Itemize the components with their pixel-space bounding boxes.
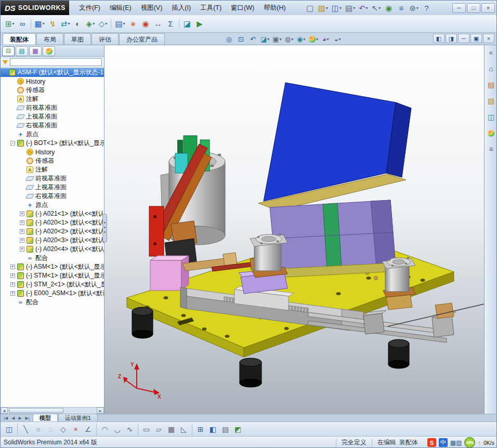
nav-last-button[interactable]: ▶| xyxy=(24,416,31,420)
sogou-ime-icon[interactable]: S xyxy=(427,438,436,447)
tree-expander[interactable] xyxy=(10,88,15,93)
tree-expander[interactable]: + xyxy=(10,265,15,269)
view-settings-icon[interactable]: ◒ ▾ xyxy=(332,33,344,45)
section-view-icon[interactable]: ◪ ▾ xyxy=(259,33,271,45)
tree-item[interactable]: 前视基准面 xyxy=(1,103,104,112)
sw-resources-icon[interactable]: ⌂ xyxy=(486,63,496,74)
undo-icon[interactable]: ↶ ▾ xyxy=(357,1,370,15)
section-view-icon[interactable]: ◪ xyxy=(181,17,193,31)
previous-view-icon[interactable]: ↶ xyxy=(247,33,259,45)
chamfer-icon[interactable]: ∠ xyxy=(82,423,94,436)
panel-splitter[interactable] xyxy=(102,214,107,242)
collapse-taskpane-icon[interactable]: « xyxy=(486,47,496,58)
tree-filter-input[interactable] xyxy=(10,58,102,66)
menu-item[interactable]: 视图(V) xyxy=(136,1,167,15)
view-orientation-icon[interactable]: ▣ ▾ xyxy=(271,33,283,45)
tree-item[interactable]: History xyxy=(1,77,104,86)
configurationmanager-tab-icon[interactable]: ▦ xyxy=(29,46,42,56)
iso-cube-icon[interactable]: ◩ xyxy=(232,423,244,436)
pattern-icon[interactable]: ▦ xyxy=(165,423,177,436)
tree-expander[interactable] xyxy=(20,159,24,163)
menu-item[interactable]: 窗口(W) xyxy=(226,1,259,15)
interference-detection-icon[interactable]: ◉ xyxy=(140,17,152,31)
view-palette-icon[interactable]: ◫ xyxy=(486,112,496,122)
angle-icon[interactable]: ◺ xyxy=(178,423,190,436)
save-icon[interactable]: ◫ ▾ xyxy=(330,1,343,15)
tree-expander[interactable] xyxy=(20,150,24,154)
mate-icon[interactable]: ∞ xyxy=(17,17,29,31)
separator[interactable] xyxy=(111,19,111,29)
tree-expander[interactable] xyxy=(20,256,24,260)
separator[interactable] xyxy=(31,19,31,29)
new-document-icon[interactable]: ▢ xyxy=(304,1,316,15)
show-hidden-icon[interactable]: ◐ xyxy=(72,17,84,31)
line-icon[interactable]: ╲ xyxy=(20,423,32,436)
tree-item[interactable]: 原点 xyxy=(1,201,104,209)
menu-item[interactable]: 帮助(H) xyxy=(259,1,290,15)
file-properties-icon[interactable]: ≡ xyxy=(395,1,407,15)
doc-close-icon[interactable]: × xyxy=(483,34,494,43)
tangent-arc-icon[interactable]: ◡ xyxy=(111,423,123,436)
tree-item[interactable]: 右视基准面 xyxy=(1,121,104,130)
tree-item[interactable]: 上视基准面 xyxy=(1,112,104,121)
tree-expander[interactable] xyxy=(10,106,15,110)
select-icon[interactable]: ↖ ▾ xyxy=(370,1,383,15)
circle-icon[interactable]: ○ xyxy=(32,423,44,436)
tree-item[interactable]: 注解 xyxy=(1,95,104,103)
arc-icon[interactable]: ◠ xyxy=(99,423,111,436)
polygon-icon[interactable]: ◇ xyxy=(57,423,69,436)
scrollbar-thumb[interactable] xyxy=(9,408,63,413)
tree-item[interactable]: - (-) BOT<1> (默认<默认_显示 xyxy=(1,139,104,148)
doc-minimize-icon[interactable]: ─ xyxy=(458,34,469,43)
nav-next-button[interactable]: ▶ xyxy=(17,416,23,420)
tree-expander[interactable]: + xyxy=(20,247,24,252)
assembly-features-icon[interactable]: ◈ ▾ xyxy=(84,17,96,31)
reference-geometry-icon[interactable]: ◇ ▾ xyxy=(97,17,109,31)
tree-item[interactable]: 传感器 xyxy=(1,156,104,165)
separator[interactable] xyxy=(17,423,18,436)
tree-expander[interactable] xyxy=(10,114,15,119)
slot-icon[interactable]: ▱ xyxy=(153,423,165,436)
hide-show-items-icon[interactable]: ◉ ▾ xyxy=(295,33,307,45)
doc-pane-right-icon[interactable]: ◨ xyxy=(446,34,457,43)
display-style-icon[interactable]: ◍ ▾ xyxy=(283,33,295,45)
tree-item[interactable]: 上视基准面 xyxy=(1,183,104,192)
save-icon[interactable]: ◫ xyxy=(3,423,15,436)
trim-icon[interactable]: × xyxy=(70,423,82,436)
ellipse-icon[interactable]: ◌ xyxy=(45,423,57,436)
separator[interactable] xyxy=(192,423,192,436)
linear-pattern-icon[interactable]: ▦ ▾ xyxy=(33,17,46,31)
scroll-right-button[interactable]: ► xyxy=(97,407,104,414)
mass-properties-icon[interactable]: Σ xyxy=(165,17,177,31)
tree-expander[interactable]: + xyxy=(10,291,15,296)
bom-icon[interactable]: ▤ ▾ xyxy=(113,17,126,31)
design-library-icon[interactable]: ▤ xyxy=(486,80,496,90)
tree-item[interactable]: + (-) A020<3> (默认<<默认 xyxy=(1,236,104,245)
tree-item[interactable]: + (-) A020<4> (默认<<默认 xyxy=(1,245,104,254)
grid-icon[interactable]: ▤ xyxy=(219,423,231,436)
separator[interactable] xyxy=(179,19,179,29)
tree-item[interactable]: 注解 xyxy=(1,165,104,174)
featuremanager-tab-icon[interactable]: ⊟ xyxy=(2,46,15,56)
tree-item[interactable]: + (-) STM<1> (默认<默认_显示 xyxy=(1,271,104,280)
tree-item[interactable]: + (-) A020<2> (默认<<默认 xyxy=(1,227,104,236)
tree-item[interactable]: History xyxy=(1,148,104,156)
command-tab[interactable]: 草图 xyxy=(64,33,91,45)
tree-item[interactable]: 右视基准面 xyxy=(1,192,104,201)
ime-language-icon[interactable]: 中 xyxy=(439,438,448,447)
insert-components-icon[interactable]: ⊞ ▾ xyxy=(4,17,16,31)
command-tab[interactable]: 办公室产品 xyxy=(119,33,165,45)
tree-expander[interactable] xyxy=(20,167,24,172)
command-tab[interactable]: 布局 xyxy=(36,33,63,45)
menu-item[interactable]: 编辑(E) xyxy=(105,1,136,15)
tree-expander[interactable] xyxy=(20,185,24,190)
propertymanager-tab-icon[interactable]: ▤ xyxy=(16,46,28,56)
close-button[interactable]: × xyxy=(481,3,495,13)
command-tab[interactable]: 评估 xyxy=(91,33,119,45)
separator[interactable] xyxy=(138,423,138,436)
custom-properties-icon[interactable]: ≡ xyxy=(486,144,496,154)
tree-expander[interactable] xyxy=(10,79,15,84)
tree-expander[interactable]: + xyxy=(20,229,24,234)
print-icon[interactable]: ▤ ▾ xyxy=(344,1,357,15)
tree-expander[interactable] xyxy=(10,97,15,101)
